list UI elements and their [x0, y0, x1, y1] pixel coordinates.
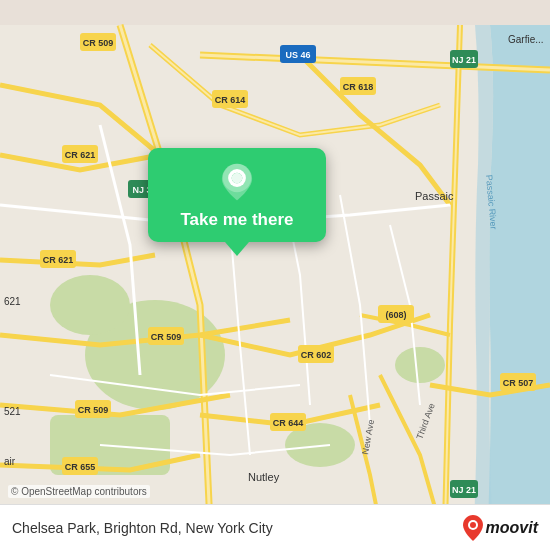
map-container: CR 509 US 46 CR 614 CR 618 NJ 3 NJ 21 CR… — [0, 0, 550, 550]
location-label: Chelsea Park, Brighton Rd, New York City — [12, 520, 273, 536]
svg-point-50 — [232, 173, 243, 184]
map-background: CR 509 US 46 CR 614 CR 618 NJ 3 NJ 21 CR… — [0, 0, 550, 550]
moovit-text: moovit — [486, 519, 538, 537]
svg-text:NJ 21: NJ 21 — [452, 485, 476, 495]
svg-text:CR 644: CR 644 — [273, 418, 304, 428]
moovit-logo: moovit — [462, 514, 538, 542]
take-me-there-card[interactable]: Take me there — [148, 148, 326, 242]
svg-text:CR 621: CR 621 — [65, 150, 96, 160]
svg-text:US 46: US 46 — [285, 50, 310, 60]
svg-text:CR 618: CR 618 — [343, 82, 374, 92]
bottom-bar: Chelsea Park, Brighton Rd, New York City… — [0, 504, 550, 550]
svg-point-5 — [395, 347, 445, 383]
svg-text:CR 509: CR 509 — [83, 38, 114, 48]
svg-text:Nutley: Nutley — [248, 471, 280, 483]
svg-text:air: air — [4, 456, 16, 467]
svg-point-52 — [470, 522, 476, 528]
svg-text:NJ 21: NJ 21 — [452, 55, 476, 65]
svg-text:621: 621 — [4, 296, 21, 307]
svg-text:521: 521 — [4, 406, 21, 417]
svg-text:CR 509: CR 509 — [151, 332, 182, 342]
svg-text:CR 655: CR 655 — [65, 462, 96, 472]
location-pin-icon — [217, 162, 257, 202]
moovit-pin-icon — [462, 514, 484, 542]
svg-point-2 — [50, 275, 130, 335]
svg-text:CR 602: CR 602 — [301, 350, 332, 360]
svg-text:(608): (608) — [385, 310, 406, 320]
svg-text:CR 509: CR 509 — [78, 405, 109, 415]
svg-text:CR 507: CR 507 — [503, 378, 534, 388]
take-me-there-label: Take me there — [180, 210, 293, 230]
svg-text:Passaic: Passaic — [415, 190, 454, 202]
map-attribution: © OpenStreetMap contributors — [8, 485, 150, 498]
svg-text:Garfie...: Garfie... — [508, 34, 544, 45]
svg-text:CR 614: CR 614 — [215, 95, 246, 105]
svg-text:CR 621: CR 621 — [43, 255, 74, 265]
